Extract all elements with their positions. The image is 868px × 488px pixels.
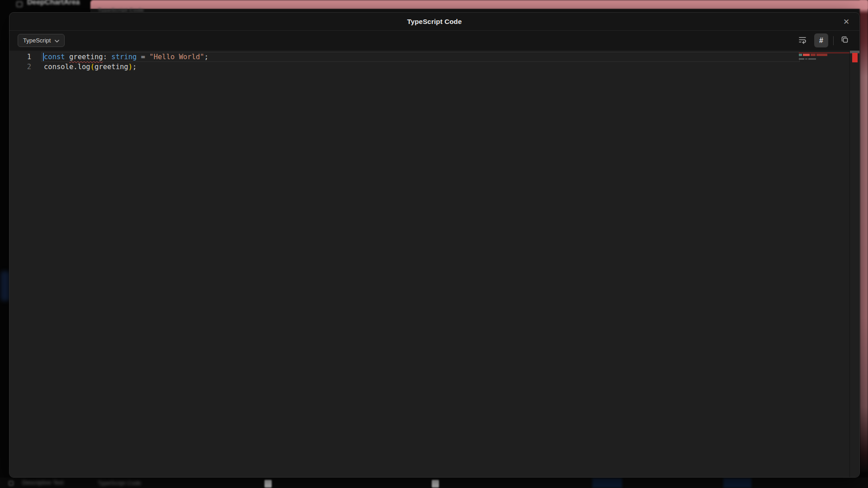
bottom-checkbox-icon	[9, 481, 14, 486]
sidebar-highlight	[1, 271, 10, 301]
toolbar-divider	[833, 36, 834, 45]
code-editor[interactable]: 1const greeting: string = "Hello World";…	[9, 51, 859, 477]
copy-icon	[841, 36, 849, 45]
app-title: DeepChartArea	[27, 0, 80, 6]
bottom-row-panel-label: TypeScript Code	[98, 479, 141, 486]
code-dialog: TypeScript Code ✕ TypeScript	[9, 12, 860, 478]
hash-icon: #	[819, 37, 823, 45]
bottom-white-square	[432, 480, 439, 488]
bottom-blue-cell	[592, 478, 622, 488]
word-wrap-icon	[798, 35, 807, 46]
line-number: 1	[9, 52, 31, 62]
app-logo-icon	[16, 1, 23, 7]
bottom-row-label: Descriptive Text	[22, 479, 64, 486]
language-selector-label: TypeScript	[23, 37, 51, 44]
code-text: console.log(greeting);	[31, 62, 137, 72]
code-lines: 1const greeting: string = "Hello World";…	[9, 51, 859, 72]
code-line[interactable]: 1const greeting: string = "Hello World";	[9, 52, 859, 62]
line-numbers-toggle[interactable]: #	[814, 33, 828, 47]
bottom-white-square	[264, 480, 272, 488]
bottom-blue-cell	[723, 478, 751, 488]
minimap[interactable]	[799, 51, 849, 477]
editor-toolbar: TypeScript #	[9, 31, 859, 50]
pink-banner	[90, 0, 868, 9]
word-wrap-button[interactable]	[796, 34, 809, 47]
chevron-down-icon	[55, 37, 59, 44]
line-number: 2	[9, 62, 31, 72]
dialog-title: TypeScript Code	[407, 18, 462, 25]
language-selector[interactable]: TypeScript	[18, 34, 65, 47]
code-text: const greeting: string = "Hello World";	[31, 52, 208, 62]
minimap-line-2	[799, 55, 817, 65]
code-line[interactable]: 2console.log(greeting);	[9, 62, 859, 72]
pink-banner-right-edge	[860, 0, 868, 472]
overview-ruler[interactable]	[849, 51, 859, 477]
toolbar-actions: #	[796, 33, 851, 47]
dialog-header: TypeScript Code ✕	[9, 13, 859, 31]
overview-error-marker	[852, 53, 858, 62]
close-button[interactable]: ✕	[840, 16, 852, 28]
copy-code-button[interactable]	[839, 34, 851, 47]
